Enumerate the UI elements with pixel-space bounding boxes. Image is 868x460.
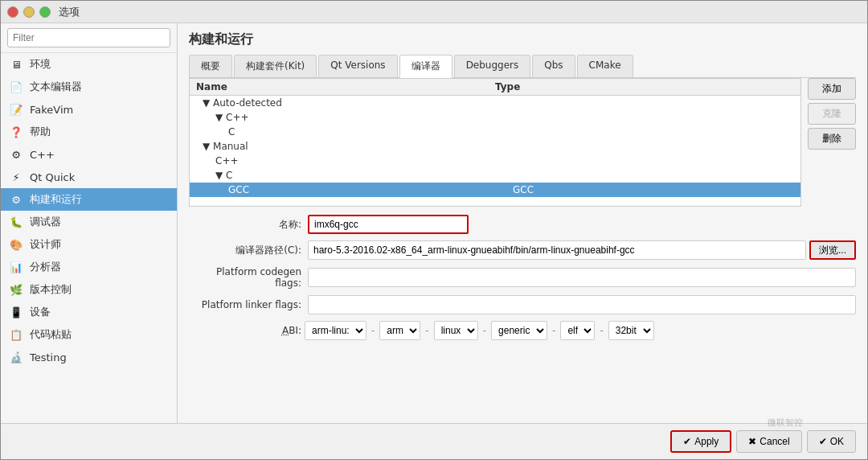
sidebar-item-label: 构建和运行 (30, 192, 82, 207)
sidebar: 🖥 环境 📄 文本编辑器 📝 FakeVim ❓ 帮助 ⚙ C++ ⚡ Qt Q… (1, 23, 178, 423)
ok-icon: ✔ (819, 436, 827, 447)
question-icon: ❓ (9, 125, 23, 139)
minimize-button[interactable] (23, 6, 35, 18)
abi-row: ABI: arm-linu: - arm - linux - gen (189, 321, 856, 340)
path-input-group: 浏览... (308, 240, 856, 260)
sidebar-item-env[interactable]: 🖥 环境 (1, 53, 177, 76)
tree-row[interactable]: ▼ Manual (190, 139, 800, 154)
abi-sep-4: - (551, 325, 557, 336)
device-icon: 📱 (9, 305, 23, 319)
remove-button[interactable]: 删除 (808, 128, 856, 150)
name-input[interactable] (308, 215, 469, 234)
details-area: 名称: 编译器路径(C): 浏览... Platform codegen fla… (189, 215, 856, 423)
tree-row-name: ▼ Manual (196, 141, 497, 152)
browse-button[interactable]: 浏览... (809, 240, 856, 260)
tree-header: Name Type (190, 79, 800, 96)
abi-sep-2: - (424, 325, 430, 336)
name-row: 名称: (189, 215, 856, 234)
platform-codegen-row: Platform codegen flags: (189, 266, 856, 289)
tab-kits[interactable]: 构建套件(Kit) (234, 55, 317, 77)
tree-col-type: Type (495, 81, 794, 92)
apply-button[interactable]: ✔ Apply (670, 430, 731, 453)
compiler-path-label: 编译器路径(C): (189, 244, 301, 257)
design-icon: 🎨 (9, 237, 23, 252)
vim-icon: 📝 (9, 102, 23, 117)
close-button[interactable] (7, 6, 18, 18)
sidebar-item-label: Qt Quick (30, 171, 75, 183)
tree-row[interactable]: ▼ C (190, 168, 800, 183)
document-icon: 📄 (9, 80, 23, 94)
add-button[interactable]: 添加 (808, 78, 856, 100)
tree-row-name: C++ (196, 155, 503, 166)
compiler-path-row: 编译器路径(C): 浏览... (189, 240, 856, 260)
maximize-button[interactable] (39, 6, 51, 18)
footer: 微联智控 ✔ Apply ✖ Cancel ✔ OK (1, 423, 867, 459)
tab-qbs[interactable]: Qbs (532, 55, 575, 77)
abi-format-select[interactable]: elf (560, 321, 595, 340)
tab-compilers[interactable]: 编译器 (399, 55, 452, 78)
sidebar-item-designer[interactable]: 🎨 设计师 (1, 233, 177, 256)
abi-cpu-select[interactable]: arm (379, 321, 420, 340)
sidebar-item-label: 文本编辑器 (30, 80, 82, 94)
chart-icon: 📊 (9, 260, 23, 274)
abi-arch-select[interactable]: arm-linu: (305, 321, 366, 340)
tabs-bar: 概要构建套件(Kit)Qt Versions编译器DebuggersQbsCMa… (189, 55, 856, 78)
sidebar-item-code-paste[interactable]: 📋 代码粘贴 (1, 323, 177, 346)
sidebar-item-qt-quick[interactable]: ⚡ Qt Quick (1, 166, 177, 188)
window-title: 选项 (59, 5, 80, 19)
filter-input[interactable] (7, 28, 170, 47)
clone-button[interactable]: 克隆 (808, 103, 856, 125)
filter-box (1, 23, 177, 53)
bug-icon: 🐛 (9, 215, 23, 229)
sidebar-item-label: 代码粘贴 (30, 327, 72, 342)
tree-row[interactable]: ▼ C++ (190, 110, 800, 125)
abi-sep-3: - (481, 325, 488, 336)
ok-button[interactable]: ✔ OK (807, 430, 856, 453)
platform-codegen-input[interactable] (308, 268, 856, 287)
platform-codegen-label: Platform codegen flags: (189, 266, 301, 289)
qa-icon: 🔬 (9, 350, 23, 364)
sidebar-item-label: C++ (30, 149, 55, 161)
sidebar-item-label: 分析器 (30, 260, 61, 274)
sidebar-item-help[interactable]: ❓ 帮助 (1, 121, 177, 143)
watermark: 微联智控 (768, 417, 803, 429)
sidebar-items: 🖥 环境 📄 文本编辑器 📝 FakeVim ❓ 帮助 ⚙ C++ ⚡ Qt Q… (1, 53, 177, 423)
tab-debuggers[interactable]: Debuggers (454, 55, 531, 77)
sidebar-item-text-editor[interactable]: 📄 文本编辑器 (1, 76, 177, 98)
tree-row[interactable]: C (190, 125, 800, 139)
sidebar-item-build-run[interactable]: ⚙ 构建和运行 (1, 188, 177, 211)
tree-row-name: ▼ Auto-detected (196, 97, 497, 109)
sidebar-item-label: Testing (30, 351, 67, 363)
platform-linker-input[interactable] (308, 295, 856, 314)
abi-bits-select[interactable]: 32bit (608, 321, 654, 340)
cancel-icon: ✖ (748, 436, 756, 447)
abi-sep-1: - (370, 325, 376, 336)
tree-row-name: ▼ C (196, 170, 503, 181)
tree-row[interactable]: GCC GCC (190, 183, 800, 197)
abi-os-select[interactable]: linux (434, 321, 478, 340)
sidebar-item-label: 版本控制 (30, 282, 72, 297)
sidebar-item-testing[interactable]: 🔬 Testing (1, 346, 177, 368)
monitor-icon: 🖥 (9, 57, 23, 72)
tab-qt-versions[interactable]: Qt Versions (318, 55, 397, 77)
sidebar-item-analyzer[interactable]: 📊 分析器 (1, 256, 177, 278)
abi-vendor-select[interactable]: generic (491, 321, 547, 340)
sidebar-item-fakevim[interactable]: 📝 FakeVim (1, 98, 177, 121)
platform-linker-label: Platform linker flags: (189, 299, 301, 310)
sidebar-item-debugger[interactable]: 🐛 调试器 (1, 211, 177, 233)
gear-icon: ⚙ (9, 192, 23, 207)
main-window: 选项 🖥 环境 📄 文本编辑器 📝 FakeVim ❓ 帮助 ⚙ C++ ⚡ (0, 0, 868, 460)
sidebar-item-cpp[interactable]: ⚙ C++ (1, 143, 177, 166)
title-bar: 选项 (1, 1, 867, 23)
sidebar-item-devices[interactable]: 📱 设备 (1, 301, 177, 323)
sidebar-item-version-control[interactable]: 🌿 版本控制 (1, 278, 177, 301)
tab-cmake[interactable]: CMake (577, 55, 633, 77)
sidebar-item-label: FakeVim (30, 104, 73, 116)
window-body: 🖥 环境 📄 文本编辑器 📝 FakeVim ❓ 帮助 ⚙ C++ ⚡ Qt Q… (1, 23, 867, 423)
tree-row[interactable]: ▼ Auto-detected (190, 96, 800, 110)
tree-row[interactable]: C++ (190, 154, 800, 168)
window-controls (7, 6, 51, 18)
tab-overview[interactable]: 概要 (189, 55, 232, 77)
cancel-button[interactable]: ✖ Cancel (736, 430, 801, 453)
compiler-path-input[interactable] (308, 240, 806, 260)
